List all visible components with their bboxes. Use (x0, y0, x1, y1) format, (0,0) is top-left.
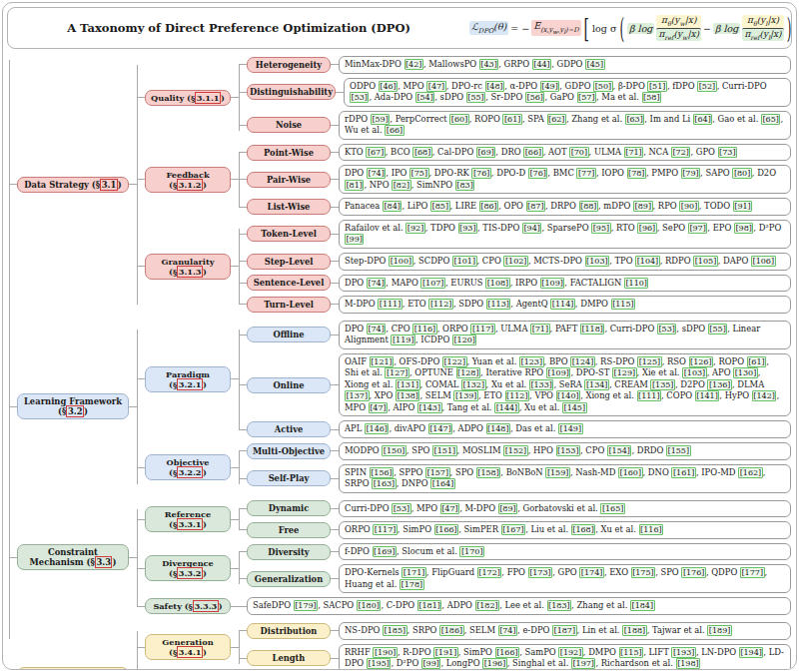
section-ref-link[interactable]: 3.1.1 (195, 92, 221, 104)
citation-link[interactable]: [57] (577, 92, 596, 103)
citation-link[interactable]: [47] (369, 402, 388, 413)
citation-link[interactable]: [174] (579, 567, 604, 578)
citation-link[interactable]: [135] (650, 379, 675, 390)
citation-link[interactable]: [146] (365, 423, 390, 434)
citation-link[interactable]: [49] (540, 81, 559, 92)
citation-link[interactable]: [158] (476, 467, 501, 478)
citation-link[interactable]: [94] (522, 223, 541, 234)
citation-link[interactable]: [176] (681, 567, 706, 578)
citation-link[interactable]: [185] (383, 625, 407, 636)
citation-link[interactable]: [42] (404, 59, 423, 70)
citation-link[interactable]: [117] (470, 324, 495, 335)
citation-link[interactable]: [132] (461, 379, 486, 390)
citation-link[interactable]: [177] (740, 567, 765, 578)
citation-link[interactable]: [59] (371, 114, 390, 125)
citation-link[interactable]: [184] (630, 600, 655, 611)
citation-link[interactable]: [46] (379, 81, 398, 92)
citation-link[interactable]: [103] (585, 256, 610, 267)
citation-link[interactable]: [181] (417, 600, 442, 611)
citation-link[interactable]: [68] (412, 147, 431, 158)
citation-link[interactable]: [55] (708, 324, 727, 335)
citation-link[interactable]: [78] (627, 168, 646, 179)
citation-link[interactable]: [121] (370, 356, 395, 367)
citation-link[interactable]: [156] (370, 467, 395, 478)
citation-link[interactable]: [172] (477, 567, 502, 578)
citation-link[interactable]: [91] (733, 201, 752, 212)
citation-link[interactable]: [89] (633, 201, 652, 212)
citation-link[interactable]: [74] (498, 625, 517, 636)
citation-link[interactable]: [191] (433, 647, 458, 658)
citation-link[interactable]: [53] (657, 324, 676, 335)
citation-link[interactable]: [83] (455, 180, 474, 191)
citation-link[interactable]: [52] (697, 81, 716, 92)
citation-link[interactable]: [152] (503, 445, 528, 456)
citation-link[interactable]: [56] (525, 92, 544, 103)
citation-link[interactable]: [81] (345, 180, 364, 191)
citation-link[interactable]: [116] (412, 324, 437, 335)
section-ref-link[interactable]: 3.3.3 (193, 600, 219, 612)
citation-link[interactable]: [67] (366, 147, 385, 158)
citation-link[interactable]: [142] (752, 390, 777, 401)
citation-link[interactable]: [73] (718, 147, 737, 158)
citation-link[interactable]: [109] (540, 278, 565, 289)
section-ref-link[interactable]: 3.3 (95, 556, 113, 568)
citation-link[interactable]: [168] (571, 524, 596, 535)
citation-link[interactable]: [111] (378, 299, 402, 310)
citation-link[interactable]: [187] (552, 625, 577, 636)
citation-link[interactable]: [175] (631, 567, 656, 578)
section-ref-link[interactable]: 3.2.1 (177, 378, 203, 390)
citation-link[interactable]: [53] (350, 92, 369, 103)
citation-link[interactable]: [179] (294, 600, 319, 611)
citation-link[interactable]: [53] (392, 503, 410, 514)
citation-link[interactable]: [151] (432, 445, 457, 456)
citation-link[interactable]: [154] (607, 445, 632, 456)
citation-link[interactable]: [90] (679, 201, 698, 212)
citation-link[interactable]: [182] (475, 600, 500, 611)
citation-link[interactable]: [157] (425, 467, 450, 478)
section-ref-link[interactable]: 3.4 (104, 669, 122, 670)
citation-link[interactable]: [100] (389, 256, 413, 267)
citation-link[interactable]: [122] (442, 356, 467, 367)
citation-link[interactable]: [47] (426, 81, 445, 92)
citation-link[interactable]: [117] (373, 524, 398, 535)
citation-link[interactable]: [64] (693, 114, 712, 125)
citation-link[interactable]: [125] (637, 356, 662, 367)
citation-link[interactable]: [123] (519, 356, 544, 367)
citation-link[interactable]: [114] (550, 299, 575, 310)
citation-link[interactable]: [65] (761, 114, 780, 125)
citation-link[interactable]: [79] (681, 168, 700, 179)
citation-link[interactable]: [108] (485, 278, 510, 289)
citation-link[interactable]: [111] (637, 390, 662, 401)
citation-link[interactable]: [101] (452, 256, 477, 267)
citation-link[interactable]: [159] (545, 467, 570, 478)
citation-link[interactable]: [45] (585, 59, 604, 70)
citation-link[interactable]: [93] (458, 223, 477, 234)
citation-link[interactable]: [149] (558, 423, 583, 434)
citation-link[interactable]: [112] (428, 299, 453, 310)
citation-link[interactable]: [190] (373, 647, 398, 658)
citation-link[interactable]: [47] (440, 503, 459, 514)
citation-link[interactable]: [194] (739, 647, 764, 658)
citation-link[interactable]: [87] (526, 201, 545, 212)
citation-link[interactable]: [66] (523, 147, 542, 158)
citation-link[interactable]: [166] (495, 647, 520, 658)
citation-link[interactable]: [95] (591, 223, 610, 234)
citation-link[interactable]: [66] (385, 125, 403, 136)
citation-link[interactable]: [107] (420, 278, 445, 289)
section-ref-link[interactable]: 3.1 (100, 179, 118, 191)
citation-link[interactable]: [115] (611, 299, 636, 310)
citation-link[interactable]: [193] (671, 647, 696, 658)
citation-link[interactable]: [92] (405, 223, 424, 234)
citation-link[interactable]: [51] (647, 81, 666, 92)
citation-link[interactable]: [118] (580, 324, 605, 335)
citation-link[interactable]: [71] (624, 147, 643, 158)
citation-link[interactable]: [180] (357, 600, 382, 611)
citation-link[interactable]: [192] (558, 647, 583, 658)
citation-link[interactable]: [69] (476, 147, 495, 158)
citation-link[interactable]: [77] (576, 168, 595, 179)
citation-link[interactable]: [63] (625, 114, 644, 125)
citation-link[interactable]: [147] (428, 423, 453, 434)
citation-link[interactable]: [196] (482, 658, 507, 669)
citation-link[interactable]: [74] (367, 168, 386, 179)
citation-link[interactable]: [80] (732, 168, 751, 179)
